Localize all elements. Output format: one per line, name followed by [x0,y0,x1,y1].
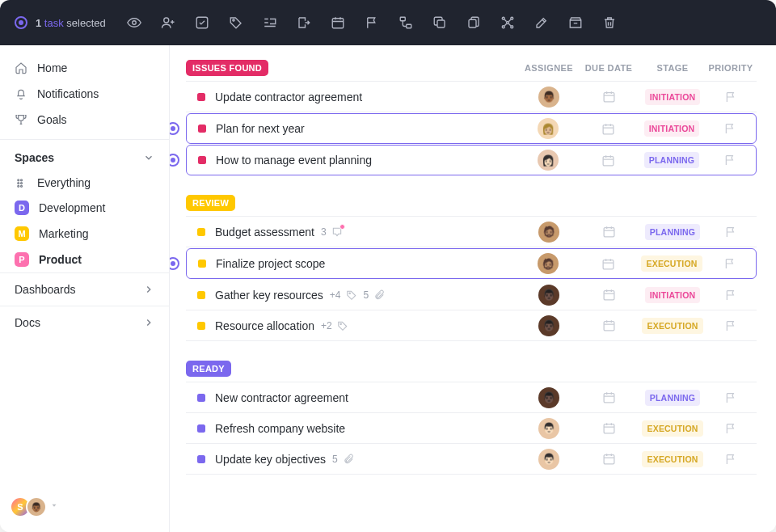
svg-point-17 [20,182,22,184]
archive-icon[interactable] [568,15,583,30]
spaces-header[interactable]: Spaces [0,139,169,171]
task-row[interactable]: Finalize project scope🧔🏽EXECUTION [186,248,757,279]
task-row[interactable]: Gather key resources+45👨🏿INITIATION [186,280,757,310]
stage-cell[interactable]: INITIATION [640,287,705,303]
stage-cell[interactable]: EXECUTION [639,255,704,272]
stage-cell[interactable]: INITIATION [640,89,705,105]
copy-icon[interactable] [432,15,447,30]
subtask-icon[interactable] [399,15,413,30]
status-square-icon[interactable] [198,156,206,164]
selection-radio-icon[interactable] [170,257,179,270]
section-label: Docs [15,316,40,329]
sidebar-item-everything[interactable]: Everything [0,171,169,195]
assignee-cell[interactable]: 🧔🏽 [521,222,577,243]
status-square-icon[interactable] [197,93,205,101]
task-row[interactable]: Refresh company website👨🏻EXECUTION [186,413,757,444]
task-row[interactable]: Resource allocation+2👨🏿EXECUTION [186,310,757,341]
priority-cell[interactable] [705,391,757,404]
status-group-issues_found: ISSUES FOUNDASSIGNEEDUE DATESTAGEPRIORIT… [186,60,757,175]
svg-point-16 [17,182,19,184]
status-square-icon[interactable] [198,260,206,268]
due-date-cell[interactable] [577,421,640,435]
assignee-cell[interactable]: 👨🏻 [521,449,577,470]
flag-icon[interactable] [365,15,379,30]
user-plus-icon[interactable] [161,15,175,30]
priority-cell[interactable] [704,122,756,135]
due-date-cell[interactable] [576,154,639,167]
svg-point-19 [20,185,22,187]
selection-radio-icon[interactable] [170,122,179,135]
trash-icon[interactable] [602,15,617,30]
sidebar-section-dashboards[interactable]: Dashboards [0,272,169,306]
priority-cell[interactable] [705,453,757,466]
duplicate-icon[interactable] [466,15,481,30]
calendar-icon[interactable] [331,15,345,30]
stage-cell[interactable]: PLANNING [640,224,705,240]
status-square-icon[interactable] [197,322,205,330]
edit-icon[interactable] [534,15,549,30]
due-date-cell[interactable] [577,319,640,332]
task-row[interactable]: Budget assessment3🧔🏽PLANNING [186,217,757,247]
status-square-icon[interactable] [197,455,205,463]
assignee-cell[interactable]: 👩🏻 [520,150,576,171]
caret-down-icon[interactable] [50,501,61,513]
due-date-cell[interactable] [576,122,639,136]
due-date-cell[interactable] [577,90,640,103]
space-item-marketing[interactable]: MMarketing [0,221,169,247]
status-square-icon[interactable] [197,228,205,236]
priority-cell[interactable] [704,154,756,167]
due-date-cell[interactable] [577,452,640,466]
user-avatars[interactable]: S 👨🏾 [15,496,47,517]
status-square-icon[interactable] [198,125,206,133]
move-out-icon[interactable] [297,15,311,30]
sidebar-section-docs[interactable]: Docs [0,306,169,339]
indent-icon[interactable] [263,15,277,30]
sidebar-item-home[interactable]: Home [0,55,169,81]
priority-cell[interactable] [705,319,757,332]
stage-cell[interactable]: EXECUTION [640,451,705,467]
stage-cell[interactable]: PLANNING [640,390,705,406]
sidebar-item-notifications[interactable]: Notifications [0,81,169,107]
status-square-icon[interactable] [197,291,205,299]
stage-cell[interactable]: INITIATION [639,120,704,137]
assignee-cell[interactable]: 👨🏻 [521,418,577,439]
sidebar-item-goals[interactable]: Goals [0,107,169,133]
status-square-icon[interactable] [197,424,205,433]
task-row[interactable]: Plan for next year👩🏼INITIATION [186,113,757,144]
priority-cell[interactable] [705,289,757,302]
assignee-cell[interactable]: 🧔🏽 [520,253,576,274]
stage-cell[interactable]: EXECUTION [640,420,705,437]
task-row[interactable]: How to manage event planning👩🏻PLANNING [186,145,757,175]
due-date-cell[interactable] [577,225,640,239]
assignee-cell[interactable]: 👩🏼 [520,118,576,139]
selection-radio-icon[interactable] [170,154,179,167]
assignee-cell[interactable]: 👨🏿 [521,315,577,336]
due-date-cell[interactable] [577,288,640,302]
dependency-icon[interactable] [500,15,515,30]
status-square-icon[interactable] [197,394,205,402]
priority-cell[interactable] [705,422,757,435]
due-date-cell[interactable] [577,391,640,404]
space-item-development[interactable]: DDevelopment [0,195,169,221]
calendar-icon [602,90,616,103]
status-pill[interactable]: ISSUES FOUND [186,60,268,76]
home-icon [15,61,27,74]
task-row[interactable]: Update key objectives5👨🏻EXECUTION [186,444,757,475]
checklist-icon[interactable] [195,15,209,30]
space-item-product[interactable]: PProduct [0,247,169,272]
priority-cell[interactable] [705,226,757,239]
status-pill[interactable]: READY [186,361,231,377]
priority-cell[interactable] [705,91,757,103]
assignee-cell[interactable]: 👨🏿 [521,387,577,408]
eye-icon[interactable] [127,15,141,30]
assignee-cell[interactable]: 👨🏿 [521,285,577,306]
status-pill[interactable]: REVIEW [186,195,235,211]
task-row[interactable]: New contractor agreement👨🏿PLANNING [186,382,757,413]
tag-icon[interactable] [229,15,243,30]
assignee-cell[interactable]: 👨🏾 [521,87,577,108]
priority-cell[interactable] [704,257,756,270]
stage-cell[interactable]: EXECUTION [640,318,705,334]
due-date-cell[interactable] [576,257,639,271]
task-row[interactable]: Update contractor agreement👨🏾INITIATION [186,82,757,112]
stage-cell[interactable]: PLANNING [639,152,704,168]
